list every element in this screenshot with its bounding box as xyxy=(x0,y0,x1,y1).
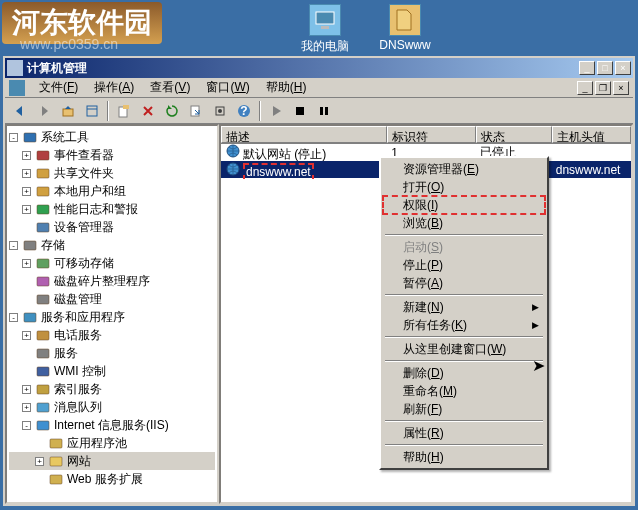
tree-node[interactable]: Web 服务扩展 xyxy=(9,470,215,488)
help-button[interactable]: ? xyxy=(233,100,255,122)
tree-toggle-icon[interactable]: + xyxy=(35,457,44,466)
up-button[interactable] xyxy=(57,100,79,122)
tree-node[interactable]: 磁盘碎片整理程序 xyxy=(9,272,215,290)
tree-node[interactable]: +电话服务 xyxy=(9,326,215,344)
tree-toggle-icon[interactable]: + xyxy=(22,385,31,394)
context-menu-item[interactable]: 浏览(B) xyxy=(383,214,545,232)
tree-node[interactable]: WMI 控制 xyxy=(9,362,215,380)
file-icon xyxy=(389,4,421,36)
tree-node[interactable]: +共享文件夹 xyxy=(9,164,215,182)
close-button[interactable]: × xyxy=(615,61,631,75)
context-menu-item: 启动(S) xyxy=(383,238,545,256)
tree-node[interactable]: -Internet 信息服务(IIS) xyxy=(9,416,215,434)
pause-button[interactable] xyxy=(313,100,335,122)
mdi-close-button[interactable]: × xyxy=(613,81,629,95)
tree-label: 本地用户和组 xyxy=(54,183,126,200)
menu-item-label: 删除(D) xyxy=(403,365,444,382)
refresh-button[interactable] xyxy=(161,100,183,122)
context-menu-item[interactable]: 属性(R) xyxy=(383,424,545,442)
context-menu-item[interactable]: 重命名(M) xyxy=(383,382,545,400)
context-menu-item[interactable]: 新建(N)▶ xyxy=(383,298,545,316)
tree-label: 服务和应用程序 xyxy=(41,309,125,326)
tree-panel[interactable]: -系统工具+事件查看器+共享文件夹+本地用户和组+性能日志和警报设备管理器-存储… xyxy=(5,124,219,504)
context-menu-item[interactable]: 所有任务(K)▶ xyxy=(383,316,545,334)
tree-node[interactable]: +本地用户和组 xyxy=(9,182,215,200)
menu-item-label: 权限(I) xyxy=(403,197,438,214)
context-menu-item[interactable]: 暂停(A) xyxy=(383,274,545,292)
svg-rect-14 xyxy=(325,107,328,115)
list-panel[interactable]: 描述标识符状态主机头值 默认网站 (停止)1已停止dnswww.net23936… xyxy=(219,124,633,504)
tree-label: Internet 信息服务(IIS) xyxy=(54,417,169,434)
tree-toggle-icon[interactable]: - xyxy=(9,241,18,250)
play-button[interactable] xyxy=(265,100,287,122)
desktop-icon-label: 我的电脑 xyxy=(301,38,349,55)
menu-h[interactable]: 帮助(H) xyxy=(258,77,315,98)
settings-button[interactable] xyxy=(209,100,231,122)
tree-toggle-icon[interactable]: + xyxy=(22,151,31,160)
tree-toggle-icon[interactable]: + xyxy=(22,259,31,268)
forward-button[interactable] xyxy=(33,100,55,122)
tree-toggle-icon[interactable]: + xyxy=(22,403,31,412)
tree-toggle-icon[interactable]: + xyxy=(22,187,31,196)
tree-toggle-icon[interactable]: + xyxy=(22,331,31,340)
context-menu-item[interactable]: 帮助(H) xyxy=(383,448,545,466)
tree-node[interactable]: 磁盘管理 xyxy=(9,290,215,308)
tree-node[interactable]: 服务 xyxy=(9,344,215,362)
menu-separator xyxy=(385,336,543,338)
tree-node[interactable]: -服务和应用程序 xyxy=(9,308,215,326)
tree-node[interactable]: +事件查看器 xyxy=(9,146,215,164)
maximize-button[interactable]: □ xyxy=(597,61,613,75)
tree-node[interactable]: +索引服务 xyxy=(9,380,215,398)
tree-toggle-icon[interactable]: + xyxy=(22,169,31,178)
app-icon xyxy=(7,60,23,76)
view-button[interactable] xyxy=(81,100,103,122)
event-icon xyxy=(35,147,51,163)
svg-rect-25 xyxy=(24,313,36,322)
tree-label: 系统工具 xyxy=(41,129,89,146)
menu-f[interactable]: 文件(F) xyxy=(31,77,86,98)
column-header[interactable]: 描述 xyxy=(221,126,387,143)
tree-node[interactable]: +性能日志和警报 xyxy=(9,200,215,218)
tree-node[interactable]: 应用程序池 xyxy=(9,434,215,452)
tree-toggle-icon[interactable]: - xyxy=(22,421,31,430)
context-menu-item[interactable]: 删除(D) xyxy=(383,364,545,382)
delete-button[interactable] xyxy=(137,100,159,122)
storage-icon xyxy=(22,237,38,253)
titlebar[interactable]: 计算机管理 _ □ × xyxy=(5,58,633,78)
column-header[interactable]: 主机头值 xyxy=(552,126,631,143)
minimize-button[interactable]: _ xyxy=(579,61,595,75)
tree-node[interactable]: -系统工具 xyxy=(9,128,215,146)
pool-icon xyxy=(48,435,64,451)
menu-a[interactable]: 操作(A) xyxy=(86,77,142,98)
mdi-restore-button[interactable]: ❐ xyxy=(595,81,611,95)
context-menu-item[interactable]: 停止(P) xyxy=(383,256,545,274)
context-menu-item[interactable]: 权限(I) xyxy=(383,196,545,214)
column-header[interactable]: 状态 xyxy=(476,126,551,143)
menu-w[interactable]: 窗口(W) xyxy=(198,77,257,98)
svg-rect-30 xyxy=(37,403,49,412)
menu-v[interactable]: 查看(V) xyxy=(142,77,198,98)
properties-button[interactable] xyxy=(113,100,135,122)
context-menu-item[interactable]: 打开(O) xyxy=(383,178,545,196)
context-menu-item[interactable]: 从这里创建窗口(W) xyxy=(383,340,545,358)
desktop-icon-dnswww[interactable]: DNSwww xyxy=(380,4,430,55)
export-button[interactable] xyxy=(185,100,207,122)
tree-node[interactable]: -存储 xyxy=(9,236,215,254)
context-menu-item[interactable]: 刷新(F) xyxy=(383,400,545,418)
tree-node[interactable]: +网站 xyxy=(9,452,215,470)
globe-icon xyxy=(225,161,241,177)
back-button[interactable] xyxy=(9,100,31,122)
tree-toggle-icon[interactable]: + xyxy=(22,205,31,214)
column-header[interactable]: 标识符 xyxy=(387,126,476,143)
context-menu-item[interactable]: 资源管理器(E) xyxy=(383,160,545,178)
mdi-minimize-button[interactable]: _ xyxy=(577,81,593,95)
submenu-arrow-icon: ▶ xyxy=(532,302,539,312)
desktop-icon-mycomputer[interactable]: 我的电脑 xyxy=(300,4,350,55)
tree-node[interactable]: +可移动存储 xyxy=(9,254,215,272)
tree-toggle-icon[interactable]: - xyxy=(9,313,18,322)
tree-toggle-icon[interactable]: - xyxy=(9,133,18,142)
stop-button[interactable] xyxy=(289,100,311,122)
menu-item-label: 帮助(H) xyxy=(403,449,444,466)
tree-node[interactable]: +消息队列 xyxy=(9,398,215,416)
tree-node[interactable]: 设备管理器 xyxy=(9,218,215,236)
